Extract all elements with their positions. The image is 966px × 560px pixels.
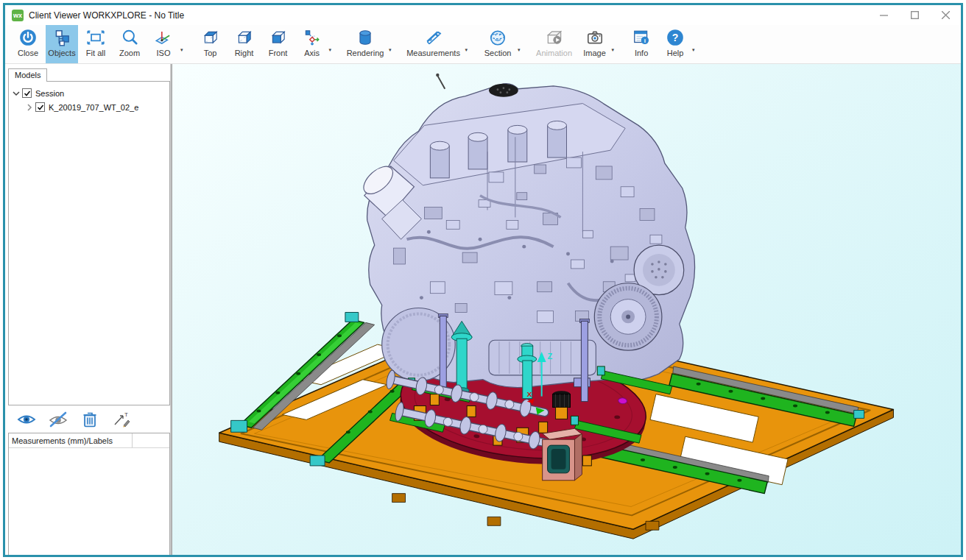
maximize-icon — [911, 11, 919, 19]
check-icon — [24, 90, 31, 97]
camera-icon — [585, 28, 604, 47]
image-button[interactable]: Image — [579, 25, 611, 63]
iso-view-button[interactable]: ISO — [147, 25, 180, 63]
dropdown-caret-icon[interactable]: ▾ — [180, 47, 183, 53]
rendering-button[interactable]: Rendering — [342, 25, 388, 63]
cylinder-icon — [356, 28, 375, 47]
info-window-icon: i — [632, 28, 651, 47]
dropdown-caret-icon[interactable]: ▾ — [518, 47, 521, 53]
maximize-button[interactable] — [899, 5, 930, 25]
3d-scene: Z X — [172, 64, 961, 555]
svg-text:i: i — [644, 38, 646, 44]
svg-text:Z: Z — [548, 352, 553, 361]
front-view-button[interactable]: Front — [262, 25, 295, 63]
title-bar: wx Client Viewer WORKXPLORE - No Title — [5, 5, 961, 25]
dropdown-caret-icon[interactable]: ▾ — [612, 47, 615, 53]
tree-item-model[interactable]: K_20019_707_WT_02_e — [10, 100, 168, 114]
caliper-icon — [424, 28, 443, 47]
info-button[interactable]: i Info — [625, 25, 657, 63]
section-button[interactable]: Section — [479, 25, 517, 63]
animation-cube-icon — [545, 28, 564, 47]
chevron-right-icon[interactable] — [24, 103, 35, 112]
close-window-button[interactable] — [930, 5, 961, 25]
zoom-button[interactable]: Zoom — [113, 25, 146, 63]
help-button[interactable]: ? Help — [659, 25, 691, 63]
chevron-down-icon[interactable] — [10, 89, 22, 98]
measurements-header-label[interactable]: Measurements (mm)/Labels — [9, 433, 133, 447]
fit-all-icon — [86, 28, 105, 47]
tree-item-label[interactable]: K_20019_707_WT_02_e — [49, 103, 138, 112]
3d-viewport[interactable]: Z X — [172, 64, 961, 555]
minimize-icon — [880, 11, 888, 19]
app-logo: wx — [12, 10, 24, 21]
measurements-header: Measurements (mm)/Labels — [9, 433, 169, 448]
model-tree: Session K_20019_707_WT_02_e — [8, 81, 170, 405]
close-button[interactable]: Close — [12, 25, 44, 63]
dropdown-caret-icon[interactable]: ▾ — [465, 47, 468, 53]
magnifier-icon — [120, 28, 139, 47]
right-view-button[interactable]: Right — [228, 25, 261, 63]
tab-models[interactable]: Models — [8, 68, 47, 82]
animation-button: Animation — [532, 25, 577, 63]
top-view-button[interactable]: Top — [194, 25, 227, 63]
main-toolbar: Close Objects Fit all — [5, 25, 961, 64]
power-icon — [18, 28, 38, 47]
svg-text:?: ? — [672, 32, 679, 43]
application-window: wx Client Viewer WORKXPLORE - No Title C… — [3, 3, 963, 557]
window-title: Client Viewer WORKXPLORE - No Title — [29, 10, 184, 21]
models-sidebar: Models Session — [5, 64, 170, 555]
minimize-button[interactable] — [868, 5, 899, 25]
hide-measurement-icon[interactable] — [49, 411, 68, 428]
tree-item-session[interactable]: Session — [10, 86, 168, 100]
objects-button[interactable]: Objects — [46, 25, 78, 63]
show-measurement-icon[interactable] — [17, 411, 36, 428]
tree-item-label[interactable]: Session — [35, 89, 64, 98]
model-checkbox[interactable] — [35, 102, 45, 112]
measurements-panel: Measurements (mm)/Labels — [8, 433, 170, 555]
svg-text:X: X — [527, 390, 532, 398]
close-icon — [942, 11, 950, 19]
delete-measurement-icon[interactable] — [80, 411, 99, 428]
section-sphere-icon — [488, 28, 507, 47]
iso-axes-icon — [154, 28, 173, 47]
check-icon — [37, 104, 44, 111]
cube-right-icon — [235, 28, 254, 47]
help-icon: ? — [666, 28, 685, 47]
measurements-button[interactable]: Measurements — [403, 25, 465, 63]
objects-icon — [52, 28, 71, 47]
session-checkbox[interactable] — [22, 88, 32, 98]
axis-button[interactable]: Axis — [296, 25, 328, 63]
cube-front-icon — [269, 28, 288, 47]
edit-label-icon[interactable]: T — [112, 411, 131, 428]
svg-text:T: T — [124, 411, 128, 418]
measurement-toolbar: T — [8, 405, 170, 433]
dropdown-caret-icon[interactable]: ▾ — [329, 47, 332, 53]
measurements-list[interactable] — [9, 448, 169, 555]
dropdown-caret-icon[interactable]: ▾ — [692, 47, 695, 53]
sidebar-tabstrip: Models — [8, 65, 170, 81]
cube-top-icon — [201, 28, 220, 47]
clamp-knob[interactable] — [553, 391, 571, 419]
fit-all-button[interactable]: Fit all — [80, 25, 112, 63]
axis-icon — [303, 28, 322, 47]
dropdown-caret-icon[interactable]: ▾ — [389, 47, 392, 53]
